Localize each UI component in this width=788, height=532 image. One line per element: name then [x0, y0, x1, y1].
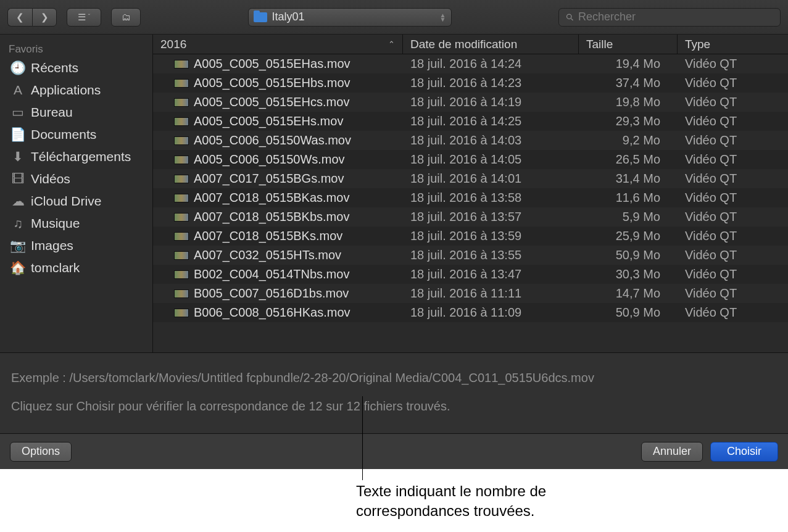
file-name: A007_C018_0515BKas.mov: [194, 191, 349, 205]
folder-dropdown[interactable]: Italy01 ▲▼: [248, 8, 452, 27]
file-date: 18 juil. 2016 à 13:59: [403, 229, 579, 243]
table-row[interactable]: A005_C005_0515EHas.mov18 juil. 2016 à 14…: [153, 54, 788, 73]
sidebar-item-musique[interactable]: ♫Musique: [0, 212, 152, 235]
sidebar-item-label: Bureau: [31, 105, 73, 120]
file-date: 18 juil. 2016 à 14:03: [403, 133, 579, 148]
svg-line-1: [571, 18, 573, 20]
sidebar-item-récents[interactable]: 🕘Récents: [0, 57, 152, 79]
chevron-left-icon: ❮: [16, 12, 24, 23]
file-name: A005_C005_0515EHbs.mov: [194, 76, 350, 90]
file-date: 18 juil. 2016 à 14:24: [403, 57, 579, 71]
sidebar-item-label: Téléchargements: [31, 149, 131, 164]
table-row[interactable]: A005_C005_0515EHcs.mov18 juil. 2016 à 14…: [153, 93, 788, 112]
file-type: Vidéo QT: [678, 152, 788, 167]
file-size: 25,9 Mo: [579, 229, 678, 243]
sidebar-item-label: Images: [31, 238, 73, 253]
sidebar-item-vidéos[interactable]: 🎞Vidéos: [0, 168, 152, 190]
sidebar-header: Favoris: [0, 39, 152, 57]
video-thumbnail-icon: [174, 213, 189, 222]
file-date: 18 juil. 2016 à 13:55: [403, 248, 579, 262]
file-dialog: ❮ ❯ ☰ ˇ 🗂 Italy01 ▲▼ Favoris 🕘R: [0, 0, 788, 469]
video-thumbnail-icon: [174, 251, 189, 260]
nav-back-forward: ❮ ❯: [7, 8, 57, 27]
search-icon: [565, 12, 574, 22]
file-size: 19,8 Mo: [579, 95, 678, 109]
table-row[interactable]: A005_C005_0515EHbs.mov18 juil. 2016 à 14…: [153, 73, 788, 93]
sidebar-item-applications[interactable]: AApplications: [0, 79, 152, 101]
video-thumbnail-icon: [174, 175, 189, 183]
video-thumbnail-icon: [174, 289, 189, 298]
file-size: 19,4 Mo: [579, 57, 678, 71]
table-row[interactable]: A007_C032_0515HTs.mov18 juil. 2016 à 13:…: [153, 246, 788, 265]
new-folder-button[interactable]: 🗂: [111, 8, 141, 27]
file-date: 18 juil. 2016 à 13:58: [403, 191, 579, 205]
table-row[interactable]: A007_C018_0515BKs.mov18 juil. 2016 à 13:…: [153, 227, 788, 246]
file-type: Vidéo QT: [678, 305, 788, 320]
column-type[interactable]: Type: [678, 35, 788, 54]
file-name: A005_C005_0515EHcs.mov: [194, 95, 349, 109]
file-date: 18 juil. 2016 à 13:47: [403, 267, 579, 281]
view-mode-button[interactable]: ☰ ˇ: [67, 8, 101, 27]
cancel-button[interactable]: Annuler: [641, 442, 703, 462]
video-thumbnail-icon: [174, 98, 189, 107]
file-name: A005_C006_05150Was.mov: [194, 133, 351, 148]
file-name: A005_C005_0515EHs.mov: [194, 114, 343, 128]
info-panel: Exemple : /Users/tomclark/Movies/Untitle…: [0, 352, 788, 433]
file-type: Vidéo QT: [678, 76, 788, 90]
sidebar-item-label: Vidéos: [31, 172, 70, 186]
file-type: Vidéo QT: [678, 95, 788, 109]
file-name: B005_C007_0516D1bs.mov: [194, 286, 349, 301]
file-type: Vidéo QT: [678, 57, 788, 71]
column-size[interactable]: Taille: [579, 35, 678, 54]
chevron-down-icon: ˇ: [88, 14, 90, 20]
sidebar-item-icloud-drive[interactable]: ☁iCloud Drive: [0, 190, 152, 212]
table-row[interactable]: B002_C004_0514TNbs.mov18 juil. 2016 à 13…: [153, 265, 788, 284]
file-type: Vidéo QT: [678, 210, 788, 224]
sidebar-item-bureau[interactable]: ▭Bureau: [0, 101, 152, 123]
sidebar-item-images[interactable]: 📷Images: [0, 235, 152, 257]
back-button[interactable]: ❮: [7, 8, 32, 27]
file-type: Vidéo QT: [678, 286, 788, 301]
file-size: 31,4 Mo: [579, 172, 678, 186]
file-name: A007_C018_0515BKbs.mov: [194, 210, 349, 224]
file-list[interactable]: A005_C005_0515EHas.mov18 juil. 2016 à 14…: [153, 54, 788, 352]
updown-chevrons-icon: ▲▼: [440, 13, 446, 22]
table-row[interactable]: A005_C006_05150Ws.mov18 juil. 2016 à 14:…: [153, 150, 788, 169]
sidebar-item-documents[interactable]: 📄Documents: [0, 123, 152, 146]
sort-ascending-icon: ⌃: [388, 39, 395, 49]
column-date[interactable]: Date de modification: [403, 35, 579, 54]
icloud-icon: ☁: [11, 194, 25, 208]
table-row[interactable]: A007_C018_0515BKbs.mov18 juil. 2016 à 13…: [153, 207, 788, 227]
table-row[interactable]: A005_C005_0515EHs.mov18 juil. 2016 à 14:…: [153, 112, 788, 131]
applications-icon: A: [11, 83, 25, 97]
music-icon: ♫: [11, 217, 25, 230]
sidebar-item-tomclark[interactable]: 🏠tomclark: [0, 257, 152, 279]
file-type: Vidéo QT: [678, 267, 788, 281]
example-path: Exemple : /Users/tomclark/Movies/Untitle…: [11, 368, 777, 388]
file-date: 18 juil. 2016 à 14:19: [403, 95, 579, 109]
table-row[interactable]: A005_C006_05150Was.mov18 juil. 2016 à 14…: [153, 131, 788, 150]
file-type: Vidéo QT: [678, 191, 788, 205]
sidebar-item-label: tomclark: [31, 260, 80, 275]
search-field[interactable]: [558, 8, 781, 27]
column-name[interactable]: 2016 ⌃: [153, 35, 403, 54]
file-name: B006_C008_0516HKas.mov: [194, 305, 350, 320]
file-type: Vidéo QT: [678, 229, 788, 243]
file-size: 37,4 Mo: [579, 76, 678, 90]
file-date: 18 juil. 2016 à 13:57: [403, 210, 579, 224]
options-button[interactable]: Options: [10, 442, 72, 462]
table-row[interactable]: B006_C008_0516HKas.mov18 juil. 2016 à 11…: [153, 303, 788, 322]
file-size: 11,6 Mo: [579, 191, 678, 205]
sidebar-item-label: Applications: [31, 83, 101, 98]
match-status: Cliquez sur Choisir pour vérifier la cor…: [11, 396, 777, 416]
file-name: A007_C018_0515BKs.mov: [194, 229, 342, 243]
table-row[interactable]: B005_C007_0516D1bs.mov18 juil. 2016 à 11…: [153, 284, 788, 303]
table-row[interactable]: A007_C018_0515BKas.mov18 juil. 2016 à 13…: [153, 188, 788, 207]
file-date: 18 juil. 2016 à 11:11: [403, 286, 579, 301]
choose-button[interactable]: Choisir: [710, 442, 778, 462]
sidebar-item-téléchargements[interactable]: ⬇Téléchargements: [0, 146, 152, 168]
table-row[interactable]: A007_C017_0515BGs.mov18 juil. 2016 à 14:…: [153, 169, 788, 188]
sidebar: Favoris 🕘RécentsAApplications▭Bureau📄Doc…: [0, 35, 153, 352]
search-input[interactable]: [578, 10, 774, 23]
forward-button[interactable]: ❯: [32, 8, 57, 27]
